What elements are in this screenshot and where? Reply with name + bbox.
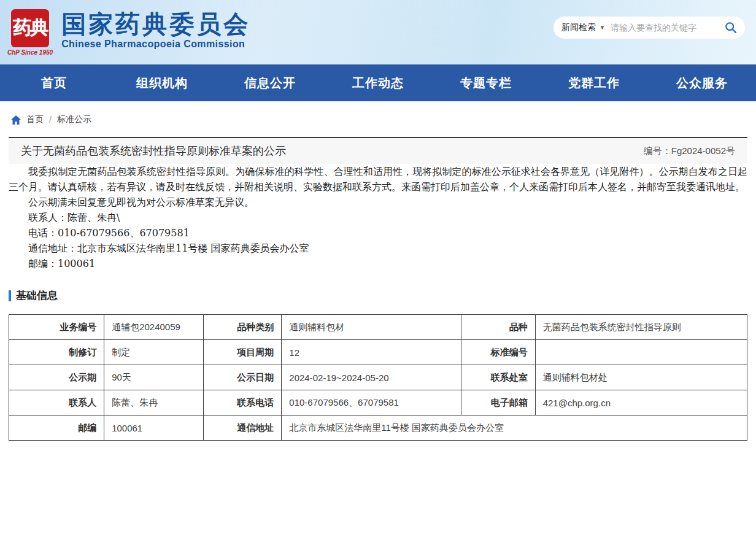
table-label-cell: 联系人 [9, 390, 104, 416]
table-row: 邮编 100061 通信地址 北京市东城区法华南里11号楼 国家药典委员会办公室 [9, 416, 747, 441]
table-value-cell: 90天 [104, 365, 204, 390]
page: 药典 ChP Since 1950 国家药典委员会 Chinese Pharma… [0, 0, 756, 545]
search-button[interactable] [725, 21, 737, 34]
table-value-cell: 通辅包20240059 [104, 315, 204, 340]
notice-contact-person: 联系人：陈蕾、朱冉\ [9, 210, 747, 225]
nav-item-home[interactable]: 首页 [0, 75, 108, 91]
table-value-cell: 2024-02-19~2024-05-20 [282, 365, 461, 390]
notice-mail-address: 通信地址：北京市东城区法华南里11号楼 国家药典委员会办公室 [9, 241, 747, 256]
table-label-cell: 标准编号 [461, 340, 535, 365]
table-value-cell: 通则辅料包材处 [535, 365, 747, 390]
table-value-cell: 100061 [104, 416, 204, 441]
notice-title-bar: 关于无菌药品包装系统密封性指导原则标准草案的公示 编号：Fg2024-0052号 [9, 137, 747, 164]
table-label-cell: 业务编号 [9, 315, 104, 340]
site-subtitle: Chinese Pharmacopoeia Commission [61, 39, 250, 50]
chevron-down-icon: ▼ [600, 25, 605, 31]
search-box: 新闻检索 ▼ [554, 17, 745, 39]
table-label-cell: 邮编 [9, 416, 104, 441]
main-nav: 首页 组织机构 信息公开 工作动态 专题专栏 党群工作 公众服务 [0, 64, 756, 101]
table-label-cell: 通信地址 [204, 416, 282, 441]
notice-paragraph: 公示期满未回复意见即视为对公示标准草案无异议。 [9, 195, 747, 210]
doc-number: 编号：Fg2024-0052号 [644, 145, 735, 157]
table-row: 制修订 制定 项目周期 12 标准编号 [9, 340, 747, 365]
breadcrumb: 首页 / 标准公示 [0, 101, 756, 133]
basic-info-table: 业务编号 通辅包20240059 品种类别 通则辅料包材 品种 无菌药品包装系统… [9, 314, 747, 441]
site-header: 药典 ChP Since 1950 国家药典委员会 Chinese Pharma… [0, 0, 756, 64]
table-row: 公示期 90天 公示日期 2024-02-19~2024-05-20 联系处室 … [9, 365, 747, 390]
section-title: 基础信息 [16, 288, 58, 303]
table-label-cell: 公示日期 [204, 365, 282, 390]
main-content: 关于无菌药品包装系统密封性指导原则标准草案的公示 编号：Fg2024-0052号… [9, 137, 747, 441]
table-label-cell: 项目周期 [204, 340, 282, 365]
section-accent-bar [9, 290, 11, 301]
breadcrumb-separator: / [49, 115, 52, 125]
page-title: 关于无菌药品包装系统密封性指导原则标准草案的公示 [21, 144, 286, 158]
table-label-cell: 品种类别 [204, 315, 282, 340]
table-label-cell: 制修订 [9, 340, 104, 365]
notice-paragraph: 我委拟制定无菌药品包装系统密封性指导原则。为确保标准的科学性、合理性和适用性，现… [9, 164, 747, 195]
table-value-cell: 制定 [104, 340, 204, 365]
notice-body: 我委拟制定无菌药品包装系统密封性指导原则。为确保标准的科学性、合理性和适用性，现… [9, 164, 747, 271]
nav-item-work-news[interactable]: 工作动态 [324, 75, 432, 91]
search-category-dropdown[interactable]: 新闻检索 ▼ [561, 22, 605, 33]
logo-seal-icon: 药典 [11, 9, 49, 47]
table-value-cell [535, 340, 747, 365]
table-value-cell: 陈蕾、朱冉 [104, 390, 204, 416]
notice-phone: 电话：010-67079566、67079581 [9, 225, 747, 241]
table-label-cell: 联系处室 [461, 365, 535, 390]
table-value-cell: 421@chp.org.cn [535, 390, 747, 416]
table-value-cell: 通则辅料包材 [282, 315, 461, 340]
table-row: 业务编号 通辅包20240059 品种类别 通则辅料包材 品种 无菌药品包装系统… [9, 315, 747, 340]
search-category-label: 新闻检索 [561, 22, 596, 33]
brand-block: 国家药典委员会 Chinese Pharmacopoeia Commission [61, 11, 250, 53]
site-title: 国家药典委员会 [61, 11, 250, 37]
table-label-cell: 联系电话 [204, 390, 282, 416]
site-logo[interactable]: 药典 ChP Since 1950 [7, 9, 53, 56]
nav-item-public-service[interactable]: 公众服务 [648, 75, 756, 91]
search-input[interactable] [609, 22, 720, 33]
table-value-cell: 12 [282, 340, 461, 365]
breadcrumb-home-link[interactable]: 首页 [26, 114, 44, 125]
nav-item-party-work[interactable]: 党群工作 [540, 75, 648, 91]
logo-caption: ChP Since 1950 [7, 49, 53, 56]
search-icon [725, 21, 737, 34]
table-label-cell: 电子邮箱 [461, 390, 535, 416]
table-label-cell: 品种 [461, 315, 535, 340]
section-header-basic-info: 基础信息 [9, 288, 747, 303]
nav-item-info-disclosure[interactable]: 信息公开 [216, 75, 324, 91]
table-value-cell: 010-67079566、67079581 [282, 390, 461, 416]
home-icon[interactable] [11, 115, 21, 125]
notice-postcode: 邮编：100061 [9, 256, 747, 271]
table-row: 联系人 陈蕾、朱冉 联系电话 010-67079566、67079581 电子邮… [9, 390, 747, 416]
nav-item-special-topics[interactable]: 专题专栏 [432, 75, 540, 91]
breadcrumb-current: 标准公示 [57, 114, 91, 125]
table-label-cell: 公示期 [9, 365, 104, 390]
table-value-cell: 北京市东城区法华南里11号楼 国家药典委员会办公室 [282, 416, 747, 441]
table-value-cell: 无菌药品包装系统密封性指导原则 [535, 315, 747, 340]
nav-item-organization[interactable]: 组织机构 [108, 75, 216, 91]
